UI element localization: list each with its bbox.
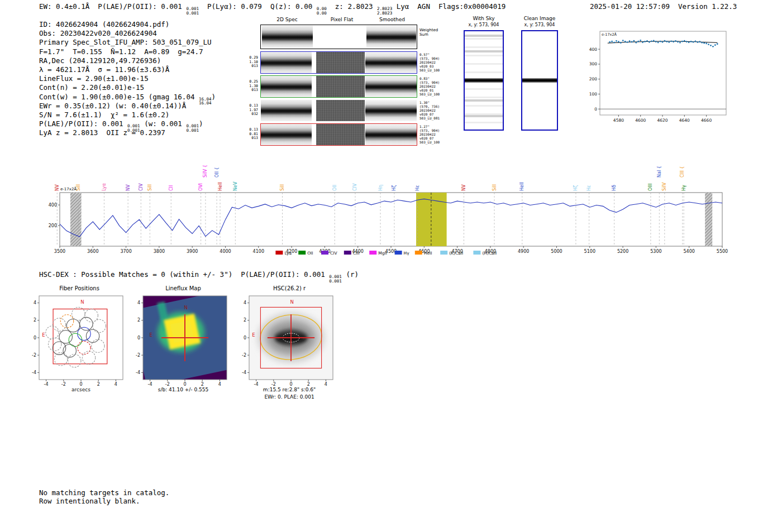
hsc-ytick-label: 4 — [244, 300, 246, 305]
linefit-data-point — [673, 41, 674, 42]
legend-swatch — [275, 251, 283, 255]
lineflux-ytick-label: 4 — [137, 300, 140, 305]
emission-line-highlight-band — [416, 193, 447, 246]
spectrum-xtick-label: 5100 — [584, 249, 595, 254]
linefit-data-point — [710, 45, 712, 46]
row-exposure-value: 503_LU_081 — [419, 117, 454, 121]
info-text: Obs: 20230422v020_4026624904 — [39, 29, 157, 37]
linefit-data-point — [705, 43, 707, 45]
info-line: EWr = 0.35(±0.12) (w: 0.40(±0.14))Å — [39, 102, 216, 111]
hsc-xtick-label: -4 — [254, 382, 259, 387]
linefit-data-point — [664, 40, 666, 42]
spectrum-xtick-label: 5300 — [650, 249, 661, 254]
row-weight-value: 032 — [232, 112, 258, 117]
lineflux-sb-caption: s/b: 41.10 +/- 0.555 — [133, 387, 233, 392]
column-header-2d-spec: 2D Spec — [260, 17, 314, 22]
clean-image — [521, 30, 558, 131]
summary-text: P(Lyα): 0.079 Q(z): 0.00 — [199, 2, 317, 11]
footer-no-match-line: No matching targets in catalog. — [39, 488, 169, 497]
row-2d-spec-strip — [261, 124, 312, 145]
row-smoothed-strip — [365, 100, 417, 121]
row-exposure-labels: 1.30"(570, 736)20230422v020_07503_LU_081 — [419, 101, 454, 121]
lineflux-xtick-label: 0 — [183, 382, 186, 387]
linefit-data-point — [688, 41, 690, 43]
lineflux-xtick-label: 4 — [218, 382, 221, 387]
clean-emission-band — [522, 78, 557, 83]
info-text: EWr = 0.35(±0.12) (w: 0.40(±0.14))Å — [39, 102, 186, 110]
fiber-ytick-label: -4 — [32, 370, 36, 375]
fiber-xtick-label: 4 — [115, 382, 117, 387]
spectrum-xtick-label: 4100 — [253, 249, 264, 254]
spectrum-units-annotation: e-17x2Å — [60, 186, 77, 191]
row-2d-spec-strip — [261, 76, 312, 97]
legend-label: MgII — [378, 251, 387, 256]
info-line: Cont(n) = 2.20(±0.01)e-15 — [39, 83, 216, 92]
spectrum-xtick-label: 3600 — [87, 249, 98, 254]
row-2d-spec-strip — [261, 52, 312, 73]
info-text: LyA z = 2.8013 OII z = 0.2397 — [39, 128, 165, 137]
spectral-line-label: SiII — [147, 184, 152, 191]
linefit-xtick-label: 4600 — [635, 118, 646, 123]
legend-label: Lyα — [284, 251, 292, 256]
row-weight-labels: 0.291.10013 — [232, 56, 259, 69]
lineflux-xtick-label: -2 — [165, 382, 170, 387]
linefit-data-point — [616, 40, 617, 42]
exposure-cutout-row — [260, 51, 417, 74]
row-pixel-flat-strip — [316, 52, 365, 73]
linefit-data-point — [675, 40, 676, 42]
hsc-cutout-plot: NE-4-2024420-2-4 — [239, 282, 340, 399]
legend-label: HeII — [424, 251, 432, 256]
lineflux-ytick-label: 2 — [137, 318, 140, 323]
spectrum-xtick-label: 4000 — [220, 249, 231, 254]
linefit-data-point — [637, 41, 639, 42]
sky-emission-band — [465, 78, 503, 83]
elixer-report: EW: 0.4±0.1Å P(LAE)/P(OII): 0.001 0.0010… — [0, 0, 782, 532]
spectral-line-label: OII — [332, 185, 337, 191]
linefit-data-point — [620, 42, 622, 44]
legend-swatch — [298, 251, 306, 255]
spectral-line-label: Hε — [415, 185, 420, 191]
lineflux-ytick-label: -4 — [136, 370, 140, 375]
info-text: Cont(n) = 2.20(±0.01)e-15 — [39, 83, 144, 92]
fiber-plot-area — [39, 296, 123, 380]
spectral-line-label: Hζ — [573, 185, 578, 191]
linefit-data-point — [653, 40, 655, 41]
spectral-line-label: CII — [169, 185, 174, 191]
sky-faint-band — [465, 115, 503, 117]
legend-swatch — [473, 251, 480, 255]
line-fit-zoom-plot: 010020030040045804600462046404660e-17x2Å — [581, 27, 731, 123]
spectral-line-label: Hδ — [612, 185, 617, 191]
summary-text: EW: 0.4±0.1Å P(LAE)/P(OII): 0.001 — [39, 2, 186, 11]
linefit-data-point — [627, 41, 628, 43]
linefit-xtick-label: 4640 — [679, 118, 690, 123]
row-exposure-labels: 0.57"(573, 904)20230422v020_03503_LU_100 — [419, 53, 454, 73]
fiber-xtick-label: 2 — [97, 382, 100, 387]
linefit-xtick-label: 4580 — [613, 118, 624, 123]
catalog-match-summary-line: HSC-DEX : Possible Matches = 0 (within +… — [39, 270, 359, 283]
spectral-line-label: HeII — [218, 182, 223, 191]
spectral-line-label: NaI { — [657, 166, 662, 178]
row-weight-labels: 0.251.30013 — [232, 80, 259, 93]
linefit-ytick-label: 100 — [589, 92, 598, 97]
linefit-data-point — [701, 42, 703, 44]
info-line: Cont(w) = 1.90(±0.00)e-15 (gmag 16.04 16… — [39, 93, 216, 102]
lineflux-ytick-label: 0 — [137, 336, 140, 341]
legend-label: (H)CaII — [482, 251, 497, 256]
spectral-line-label: SiII — [492, 184, 497, 191]
legend-label: Hγ — [404, 251, 410, 256]
summary-uncertainty-stack: 2.80232.8023 — [377, 7, 392, 15]
fiber-ytick-label: -2 — [32, 353, 36, 358]
clean-image-title: Clean Image — [520, 16, 559, 21]
linefit-data-point — [649, 41, 650, 43]
spectral-line-label: CIII { — [680, 166, 685, 178]
linefit-data-point — [657, 42, 659, 44]
full-spectrum-plot: NVSiIILyαNVCIVSiIICIIOVISiIV {OII {HeIIN… — [49, 146, 733, 261]
linefit-data-point — [666, 41, 667, 42]
linefit-data-point — [642, 41, 643, 43]
linefit-data-point — [695, 41, 697, 42]
east-label: E — [252, 332, 255, 338]
linefit-data-point — [644, 41, 646, 42]
linefit-data-point — [611, 41, 613, 42]
sky-faint-band — [465, 35, 503, 37]
info-uncertainty-stack: 0.0010.001 — [186, 124, 199, 132]
